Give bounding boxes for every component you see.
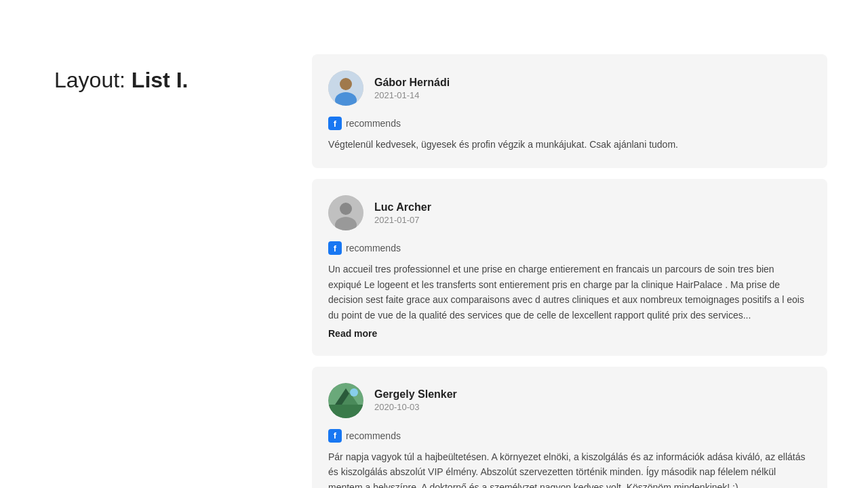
facebook-icon: f (328, 241, 342, 255)
review-date: 2021-01-07 (374, 215, 431, 225)
svg-point-4 (340, 203, 352, 215)
read-more-link[interactable]: Read more (328, 328, 377, 339)
recommends-badge: f recommends (328, 117, 808, 130)
review-body: Pár napja vagyok túl a hajbeültetésen. A… (328, 449, 808, 488)
reviewer-name: Luc Archer (374, 201, 431, 214)
page-container: Layout: List I. Gábor Hernádi 2021-01-14… (0, 0, 868, 488)
reviewer-name: Gergely Slenker (374, 388, 457, 401)
review-card: Gábor Hernádi 2021-01-14 f recommends Vé… (312, 54, 827, 168)
review-header: Gergely Slenker 2020-10-03 (328, 383, 808, 418)
page-title-area: Layout: List I. (54, 54, 285, 93)
recommends-badge: f recommends (328, 241, 808, 255)
reviews-list: Gábor Hernádi 2021-01-14 f recommends Vé… (312, 54, 827, 488)
review-body: Un accueil tres professionnel et une pri… (328, 262, 808, 323)
review-body: Végtelenül kedvesek, ügyesek és profin v… (328, 137, 808, 152)
facebook-icon: f (328, 429, 342, 443)
avatar (328, 383, 363, 418)
recommends-text: recommends (346, 118, 401, 129)
review-card: Gergely Slenker 2020-10-03 f recommends … (312, 367, 827, 488)
svg-rect-7 (328, 405, 363, 418)
reviewer-name: Gábor Hernádi (374, 77, 450, 89)
review-date: 2020-10-03 (374, 402, 457, 412)
avatar (328, 195, 363, 230)
review-date: 2021-01-14 (374, 90, 450, 100)
avatar (328, 70, 363, 106)
reviewer-info: Gábor Hernádi 2021-01-14 (374, 77, 450, 100)
review-header: Gábor Hernádi 2021-01-14 (328, 70, 808, 106)
svg-point-1 (340, 78, 352, 90)
facebook-icon: f (328, 117, 342, 130)
review-header: Luc Archer 2021-01-07 (328, 195, 808, 230)
page-title: Layout: List I. (54, 68, 285, 93)
reviewer-info: Luc Archer 2021-01-07 (374, 201, 431, 225)
recommends-badge: f recommends (328, 429, 808, 443)
svg-point-10 (350, 388, 358, 396)
recommends-text: recommends (346, 430, 401, 441)
reviewer-info: Gergely Slenker 2020-10-03 (374, 388, 457, 412)
review-card: Luc Archer 2021-01-07 f recommends Un ac… (312, 179, 827, 356)
recommends-text: recommends (346, 243, 401, 253)
